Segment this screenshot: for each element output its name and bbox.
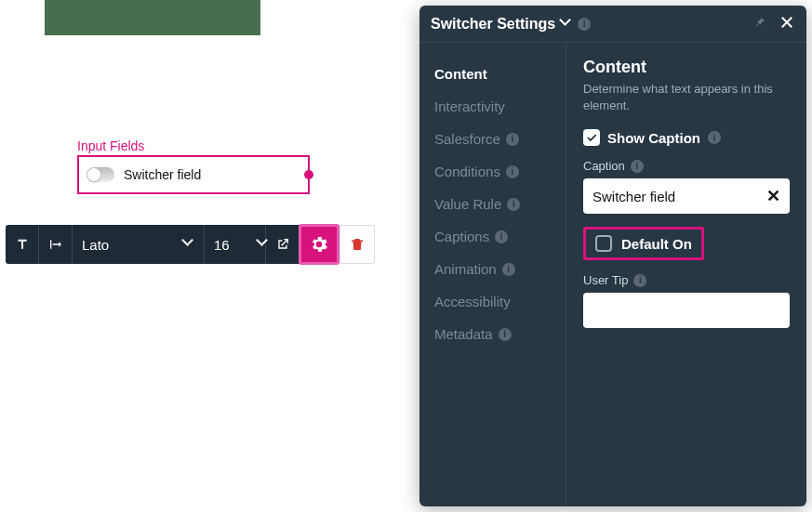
trash-icon bbox=[349, 236, 366, 253]
text-style-button[interactable] bbox=[6, 225, 39, 264]
panel-title-text: Switcher Settings bbox=[431, 16, 555, 33]
pin-button[interactable] bbox=[752, 15, 767, 33]
content-description: Determine what text appears in this elem… bbox=[583, 81, 790, 114]
info-icon: i bbox=[499, 328, 512, 341]
chevron-down-icon bbox=[258, 239, 266, 250]
switcher-caption: Switcher field bbox=[124, 167, 201, 182]
nav-item-content[interactable]: Content bbox=[434, 58, 566, 90]
info-icon: i bbox=[506, 165, 519, 178]
settings-panel: Switcher Settings i Content Interactivit… bbox=[419, 6, 806, 506]
show-caption-checkbox[interactable] bbox=[583, 129, 600, 146]
resize-handle[interactable] bbox=[304, 170, 313, 179]
info-icon[interactable]: i bbox=[631, 160, 644, 173]
caption-field-label: Caption i bbox=[583, 159, 790, 173]
panel-content: Content Determine what text appears in t… bbox=[566, 43, 806, 506]
nav-item-conditions[interactable]: Conditionsi bbox=[434, 155, 566, 188]
nav-item-accessibility[interactable]: Accessibility bbox=[434, 285, 566, 318]
panel-nav: Content Interactivity Salesforcei Condit… bbox=[419, 43, 566, 506]
nav-item-salesforce[interactable]: Salesforcei bbox=[434, 123, 566, 155]
canvas-green-block bbox=[45, 0, 260, 35]
delete-button[interactable] bbox=[339, 225, 375, 264]
panel-title-dropdown[interactable]: Switcher Settings i bbox=[431, 16, 591, 33]
nav-item-value-rule[interactable]: Value Rulei bbox=[434, 188, 566, 220]
floating-toolbar: Lato 16 bbox=[6, 225, 375, 264]
align-button[interactable] bbox=[39, 225, 73, 264]
nav-item-captions[interactable]: Captionsi bbox=[434, 220, 566, 253]
input-fields-group[interactable]: Input Fields Switcher field bbox=[77, 138, 310, 194]
close-button[interactable] bbox=[779, 14, 795, 34]
user-tip-input[interactable] bbox=[583, 293, 790, 328]
chevron-down-icon bbox=[561, 19, 572, 30]
info-icon[interactable]: i bbox=[633, 274, 646, 287]
info-icon[interactable]: i bbox=[708, 131, 721, 144]
open-external-button[interactable] bbox=[266, 225, 300, 264]
font-size-value: 16 bbox=[214, 237, 230, 253]
user-tip-field-label: User Tip i bbox=[583, 273, 790, 287]
show-caption-row[interactable]: Show Caption i bbox=[583, 129, 790, 146]
font-family-select[interactable]: Lato bbox=[73, 225, 205, 264]
info-icon[interactable]: i bbox=[578, 18, 591, 31]
gear-icon bbox=[309, 234, 329, 255]
font-family-value: Lato bbox=[82, 237, 109, 253]
nav-item-interactivity[interactable]: Interactivity bbox=[434, 90, 566, 123]
panel-header: Switcher Settings i bbox=[419, 6, 806, 43]
check-icon bbox=[585, 131, 598, 144]
font-size-select[interactable]: 16 bbox=[205, 225, 266, 264]
switcher-knob bbox=[87, 168, 100, 181]
default-on-checkbox[interactable] bbox=[595, 235, 612, 252]
caption-input[interactable] bbox=[583, 178, 790, 214]
content-heading: Content bbox=[583, 58, 790, 77]
clear-caption-button[interactable]: ✕ bbox=[766, 186, 780, 206]
info-icon: i bbox=[506, 133, 519, 146]
settings-button[interactable] bbox=[299, 224, 339, 265]
info-icon: i bbox=[495, 230, 508, 243]
switcher-toggle[interactable] bbox=[87, 167, 114, 182]
default-on-label: Default On bbox=[621, 236, 692, 252]
show-caption-label: Show Caption bbox=[607, 130, 700, 146]
nav-item-metadata[interactable]: Metadatai bbox=[434, 318, 566, 350]
nav-item-animation[interactable]: Animationi bbox=[434, 253, 566, 285]
info-icon: i bbox=[502, 263, 515, 276]
close-icon bbox=[779, 14, 795, 31]
chevron-down-icon bbox=[183, 239, 194, 250]
switcher-element[interactable]: Switcher field bbox=[77, 155, 310, 194]
default-on-row[interactable]: Default On bbox=[583, 227, 704, 260]
info-icon: i bbox=[507, 198, 520, 211]
group-label: Input Fields bbox=[77, 138, 310, 153]
